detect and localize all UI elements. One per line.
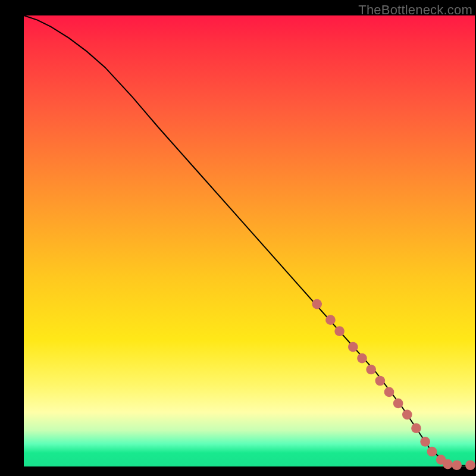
data-marker	[325, 315, 336, 325]
markers-group	[312, 299, 475, 470]
curve-line	[24, 15, 475, 465]
data-marker	[348, 342, 358, 352]
data-marker	[375, 376, 385, 386]
data-marker	[334, 326, 345, 336]
chart-frame: TheBottleneck.com	[0, 0, 476, 476]
data-marker	[312, 299, 322, 309]
watermark-text: TheBottleneck.com	[358, 2, 472, 18]
data-marker	[357, 353, 367, 364]
data-marker	[443, 459, 453, 469]
data-marker	[402, 409, 412, 419]
data-marker	[393, 399, 403, 409]
plot-area	[24, 15, 475, 466]
data-marker	[411, 423, 421, 433]
data-marker	[427, 447, 437, 457]
data-marker	[420, 437, 430, 447]
data-marker	[465, 460, 475, 470]
data-marker	[366, 365, 376, 375]
data-marker	[452, 460, 462, 470]
chart-svg	[24, 15, 475, 466]
data-marker	[384, 387, 394, 397]
